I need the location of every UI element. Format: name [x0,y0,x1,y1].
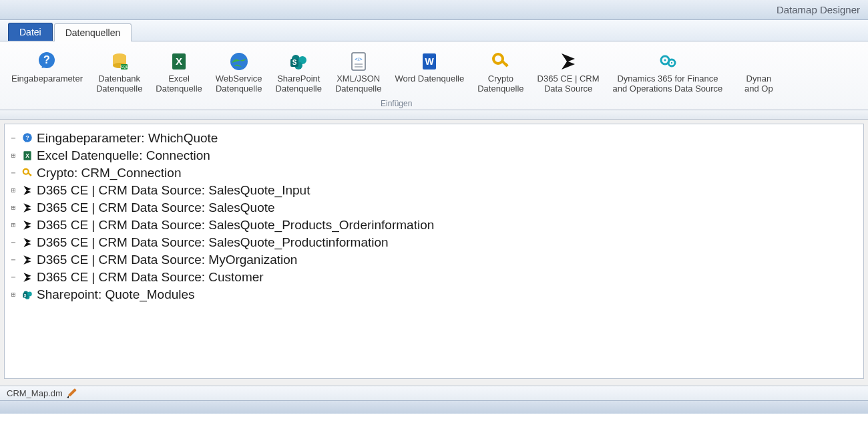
tree-node-label: D365 CE | CRM Data Source: Customer [37,270,264,285]
blank-icon [747,50,770,73]
dynamics-ce-icon-sm [21,253,34,267]
window-border-bottom [0,400,868,414]
expand-icon[interactable]: ⊞ [9,151,18,160]
dynamics-ce-icon [557,50,580,73]
sub-toolbar [0,110,868,120]
ribbon-btn-label: DatenbankDatenquelle [96,74,142,94]
ribbon-btn-excel-source[interactable]: ExcelDatenquelle [151,47,206,98]
ribbon-btn-db-source[interactable]: DatenbankDatenquelle [91,47,147,98]
tab-file[interactable]: Datei [8,23,53,41]
excel-icon [168,50,190,73]
tree-node-label: D365 CE | CRM Data Source: SalesQuote [37,200,275,215]
expand-icon[interactable]: ⊞ [9,186,18,195]
xml-file-icon [347,50,370,73]
tree-node[interactable]: ⋯D365 CE | CRM Data Source: Customer [9,269,859,286]
node-bullet-icon: ⋯ [9,134,18,143]
tree-node[interactable]: ⋯Crypto: CRM_Connection [9,164,859,182]
tree-node-label: D365 CE | CRM Data Source: MyOrganizatio… [37,253,297,267]
bubble-question-icon-sm [21,132,34,145]
dynamics-ce-icon-sm [21,201,34,215]
tree-pane[interactable]: ⋯Eingabeparameter: WhichQuote⊞Excel Date… [4,124,864,379]
sharepoint-icon-sm [21,288,34,301]
ribbon-btn-label: SharePointDatenquelle [276,74,322,94]
status-filename: CRM_Map.dm [7,388,63,398]
ribbon-btn-d365fo-source[interactable]: Dynamics 365 for Financeand Operations D… [608,47,728,98]
globe-icon [228,50,250,73]
dynamics-ce-icon-sm [21,236,34,249]
tree-node[interactable]: ⋯D365 CE | CRM Data Source: MyOrganizati… [9,251,859,269]
tree-node[interactable]: ⊞D365 CE | CRM Data Source: SalesQuote [9,199,859,217]
tree-node[interactable]: ⊞D365 CE | CRM Data Source: SalesQuote_I… [9,182,859,199]
ribbon-btn-word-source[interactable]: Word Datenquelle [390,47,469,98]
ribbon-btn-label: WebServiceDatenquelle [216,74,262,94]
ribbon-btn-label: XML/JSONDatenquelle [335,74,381,94]
expand-icon[interactable]: ⊞ [9,203,18,213]
node-bullet-icon: ⋯ [9,238,18,247]
ribbon-tabstrip: Datei Datenquellen [0,20,868,41]
dynamics-ce-icon-sm [21,219,34,232]
ribbon-btn-crypto-source[interactable]: CryptoDatenquelle [473,47,528,98]
dynamics-ce-icon-sm [21,184,34,197]
expand-icon[interactable]: ⊞ [9,221,18,230]
dynamics-ce-icon-sm [21,271,34,284]
ribbon-btn-label: Dynanand Op [744,74,773,94]
ribbon-btn-label: Eingabeparameter [11,74,83,84]
tree-node-label: Sharepoint: Quote_Modules [37,287,195,302]
bubble-question-icon [35,50,58,73]
ribbon-btn-webservice-source[interactable]: WebServiceDatenquelle [211,47,267,98]
ribbon: EingabeparameterDatenbankDatenquelleExce… [0,41,868,110]
ribbon-btn-label: Dynamics 365 for Financeand Operations D… [613,74,723,94]
status-bar: CRM_Map.dm [0,386,868,400]
ribbon-btn-input-params[interactable]: Eingabeparameter [7,47,87,98]
database-icon [108,50,131,73]
app-title: Datamap Designer [777,4,860,15]
gears-icon [656,50,679,73]
node-bullet-icon: ⋯ [9,273,18,282]
pencil-icon [67,388,77,399]
ribbon-btn-d365ce-source[interactable]: D365 CE | CRMData Source [533,47,604,98]
ribbon-btn-label: Word Datenquelle [395,74,464,84]
ribbon-btn-label: CryptoDatenquelle [477,74,523,94]
ribbon-group-insert: EingabeparameterDatenbankDatenquelleExce… [7,47,786,108]
key-icon [489,50,512,73]
key-icon-sm [21,166,34,180]
tree-node[interactable]: ⊞Excel Datenquelle: Connection [9,147,859,164]
ribbon-btn-label: D365 CE | CRMData Source [537,74,600,94]
tree-node-label: Excel Datenquelle: Connection [37,148,210,163]
ribbon-btn-xmljson-source[interactable]: XML/JSONDatenquelle [331,47,386,98]
tree-node-label: Eingabeparameter: WhichQuote [37,131,218,146]
tab-datasources[interactable]: Datenquellen [54,23,132,41]
node-bullet-icon: ⋯ [9,168,18,178]
tree-node-label: D365 CE | CRM Data Source: SalesQuote_Pr… [37,218,434,233]
excel-icon-sm [21,149,34,162]
tree-node-label: D365 CE | CRM Data Source: SalesQuote_In… [37,183,310,198]
expand-icon[interactable]: ⊞ [9,290,18,299]
ribbon-group-caption: Einfügen [381,99,412,108]
tree-node[interactable]: ⊞D365 CE | CRM Data Source: SalesQuote_P… [9,217,859,234]
ribbon-btn-sharepoint-source[interactable]: SharePointDatenquelle [271,47,327,98]
ribbon-btn-d365bc-source[interactable]: Dynanand Op [731,47,786,98]
tree-node[interactable]: ⋯D365 CE | CRM Data Source: SalesQuote_P… [9,234,859,251]
ribbon-btn-label: ExcelDatenquelle [156,74,202,94]
titlebar: Datamap Designer [0,0,868,20]
tree-node[interactable]: ⊞Sharepoint: Quote_Modules [9,286,859,303]
word-icon [418,50,441,73]
tree-node-label: D365 CE | CRM Data Source: SalesQuote_Pr… [37,235,389,250]
tree-node[interactable]: ⋯Eingabeparameter: WhichQuote [9,130,859,147]
sharepoint-icon [287,50,310,73]
tree-node-label: Crypto: CRM_Connection [37,166,181,180]
node-bullet-icon: ⋯ [9,255,18,265]
